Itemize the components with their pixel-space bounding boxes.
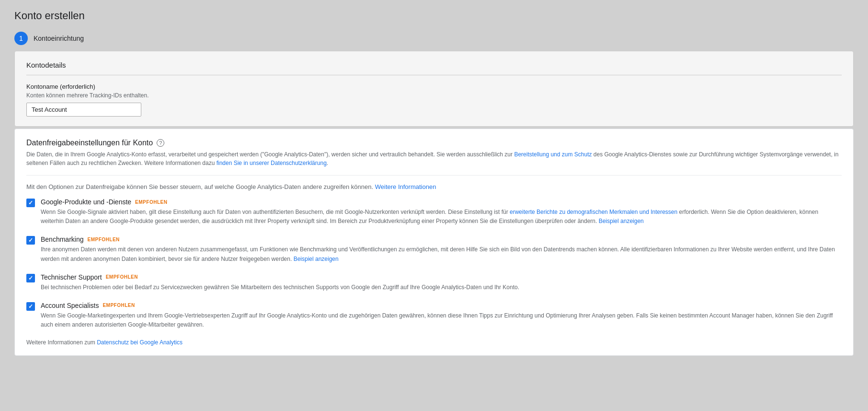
option-content-technical-support: Technischer SupportEMPFOHLENBei technisc…: [41, 273, 842, 292]
step-header: 1 Kontoeinrichtung: [14, 32, 854, 45]
option-row-benchmarking: BenchmarkingEMPFOHLENIhre anonymen Daten…: [26, 235, 842, 263]
account-name-input[interactable]: [26, 103, 141, 117]
account-details-card: Kontodetails Kontoname (erforderlich) Ko…: [14, 51, 854, 127]
help-icon[interactable]: ?: [157, 139, 164, 147]
field-label: Kontoname (erforderlich): [26, 83, 842, 90]
footer-link: Weitere Informationen zum Datenschutz be…: [26, 339, 842, 346]
option-title-google-products: Google-Produkte und -DiensteEMPFOHLEN: [41, 198, 842, 206]
option-link2-google-products[interactable]: Beispiel anzeigen: [599, 218, 644, 224]
card-title: Kontodetails: [26, 61, 842, 75]
option-content-account-specialists: Account SpecialistsEMPFOHLENWenn Sie Goo…: [41, 302, 842, 329]
option-link1-google-products[interactable]: erweiterte Berichte zu demografischen Me…: [510, 209, 677, 215]
options-container: Google-Produkte und -DiensteEMPFOHLENWen…: [26, 198, 842, 329]
option-desc-account-specialists: Wenn Sie Google-Marketingexperten und Ih…: [41, 311, 842, 329]
badge-technical-support: EMPFOHLEN: [106, 274, 138, 280]
badge-benchmarking: EMPFOHLEN: [88, 237, 120, 242]
badge-google-products: EMPFOHLEN: [135, 200, 167, 205]
intro-link[interactable]: Weitere Informationen: [375, 183, 436, 190]
sharing-intro: Mit den Optionen zur Datenfreigabe könne…: [26, 183, 842, 190]
option-title-benchmarking: BenchmarkingEMPFOHLEN: [41, 235, 842, 243]
footer-privacy-link[interactable]: Datenschutz bei Google Analytics: [97, 339, 183, 346]
option-content-google-products: Google-Produkte und -DiensteEMPFOHLENWen…: [41, 198, 842, 226]
option-row-technical-support: Technischer SupportEMPFOHLENBei technisc…: [26, 273, 842, 292]
option-row-account-specialists: Account SpecialistsEMPFOHLENWenn Sie Goo…: [26, 302, 842, 329]
option-title-technical-support: Technischer SupportEMPFOHLEN: [41, 273, 842, 281]
option-link1-benchmarking[interactable]: Beispiel anzeigen: [294, 256, 339, 262]
field-hint: Konten können mehrere Tracking-IDs entha…: [26, 92, 842, 99]
data-sharing-card: Datenfreigabeeinstellungen für Konto ? D…: [14, 129, 854, 356]
option-desc-technical-support: Bei technischen Problemen oder bei Bedar…: [41, 283, 842, 292]
checkbox-google-products[interactable]: [26, 199, 35, 207]
option-title-account-specialists: Account SpecialistsEMPFOHLEN: [41, 302, 842, 309]
checkbox-account-specialists[interactable]: [26, 302, 35, 311]
option-desc-benchmarking: Ihre anonymen Daten werden mit denen von…: [41, 245, 842, 263]
option-desc-google-products: Wenn Sie Google-Signale aktiviert haben,…: [41, 208, 842, 226]
page-title: Konto erstellen: [14, 10, 854, 22]
step-label: Kontoeinrichtung: [34, 35, 84, 42]
checkbox-technical-support[interactable]: [26, 274, 35, 282]
badge-account-specialists: EMPFOHLEN: [103, 303, 135, 308]
privacy-link-1[interactable]: Bereitstellung und zum Schutz: [514, 151, 592, 158]
privacy-text: Die Daten, die in Ihrem Google Analytics…: [26, 150, 842, 176]
privacy-link-2[interactable]: finden Sie in unserer Datenschutzerkläru…: [217, 160, 327, 166]
option-row-google-products: Google-Produkte und -DiensteEMPFOHLENWen…: [26, 198, 842, 226]
checkbox-benchmarking[interactable]: [26, 236, 35, 245]
option-content-benchmarking: BenchmarkingEMPFOHLENIhre anonymen Daten…: [41, 235, 842, 263]
data-sharing-title: Datenfreigabeeinstellungen für Konto ?: [26, 139, 842, 147]
step-badge: 1: [14, 32, 28, 45]
